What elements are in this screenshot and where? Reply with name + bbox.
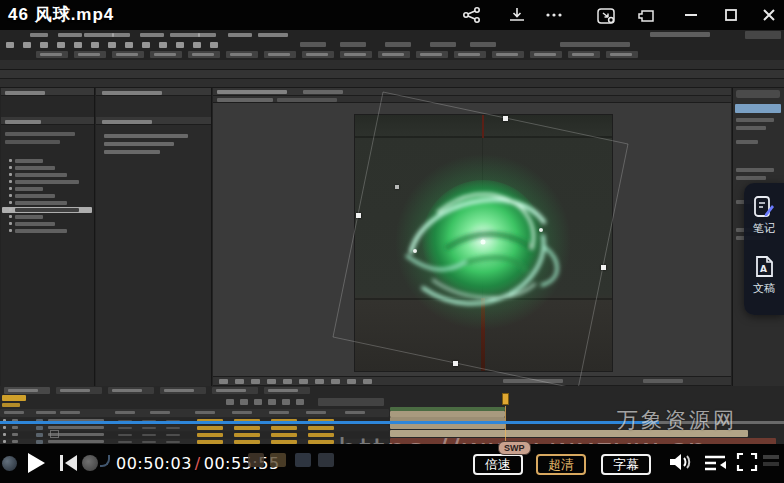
decor-blob <box>36 426 43 430</box>
decor-blob <box>30 33 48 37</box>
decor-blob <box>118 441 132 443</box>
play-button[interactable] <box>28 453 45 473</box>
previous-button[interactable] <box>60 455 78 471</box>
decor-blob <box>228 33 252 37</box>
decor-blob <box>115 411 135 414</box>
decor-blob <box>271 426 297 430</box>
share-icon[interactable] <box>463 7 485 23</box>
decor-blob <box>318 398 384 406</box>
decor-blob <box>197 433 223 437</box>
fullscreen-icon[interactable] <box>736 452 758 476</box>
download-icon[interactable] <box>508 7 530 23</box>
decor-blob <box>166 427 180 429</box>
quality-button[interactable]: 超清 <box>536 454 586 475</box>
notes-button[interactable]: 笔记 <box>744 195 784 236</box>
minimize-icon[interactable] <box>683 7 705 23</box>
decor-blob <box>226 399 234 405</box>
decor-blob <box>170 33 200 37</box>
decor-blob <box>610 53 632 56</box>
decor-blob <box>154 53 176 56</box>
decor-blob <box>142 434 156 436</box>
mini-thumb-icon[interactable] <box>318 453 334 467</box>
decor-blob <box>197 426 223 430</box>
decor-blob <box>23 42 31 48</box>
decor-blob <box>12 440 18 443</box>
decor-blob <box>269 411 289 414</box>
decor-blob <box>534 53 556 56</box>
ae-cti-head <box>502 393 509 405</box>
decor-blob <box>112 33 130 37</box>
decor-blob <box>745 31 781 39</box>
decor-blob <box>40 42 48 48</box>
decor-blob <box>308 426 334 430</box>
decor-blob <box>268 399 276 405</box>
decor-blob <box>258 33 288 37</box>
resolution-hint <box>763 462 779 466</box>
mini-thumb-icon[interactable] <box>248 453 264 467</box>
loop-button[interactable] <box>82 455 98 471</box>
decor-blob <box>3 440 6 443</box>
decor-blob <box>390 430 748 437</box>
decor-blob <box>306 411 326 414</box>
transcript-label: 文稿 <box>753 282 775 294</box>
decor-blob <box>118 434 132 436</box>
more-icon[interactable] <box>545 7 567 23</box>
decor-blob <box>176 42 184 48</box>
decor-blob <box>560 42 630 47</box>
decor-blob <box>159 42 167 48</box>
decor-blob <box>40 53 62 56</box>
decor-blob <box>91 42 99 48</box>
decor-blob <box>48 440 104 443</box>
decor-blob <box>296 399 304 405</box>
decor-blob <box>57 42 65 48</box>
seek-bar[interactable] <box>0 421 784 424</box>
decor-blob <box>140 33 164 37</box>
decor-blob <box>2 403 20 407</box>
decor-blob <box>385 42 411 47</box>
decor-blob <box>344 53 366 56</box>
swp-badge: SWP <box>498 441 531 455</box>
document-a-icon: A <box>753 255 775 279</box>
decor-blob <box>48 426 104 429</box>
decor-blob <box>308 433 334 437</box>
decor-blob <box>3 433 6 436</box>
decor-blob <box>118 427 132 429</box>
video-frame[interactable] <box>0 30 784 444</box>
transcript-button[interactable]: A 文稿 <box>744 255 784 296</box>
decor-blob <box>2 395 26 401</box>
maximize-icon[interactable] <box>723 7 745 23</box>
decor-blob <box>12 426 18 429</box>
decor-blob <box>142 427 156 429</box>
close-icon[interactable] <box>761 7 783 23</box>
decor-blob <box>58 33 82 37</box>
decor-blob <box>193 42 201 48</box>
title-bar <box>0 0 784 30</box>
decor-blob <box>12 433 18 436</box>
player-logo-icon <box>2 456 17 471</box>
speed-button[interactable]: 倍速 <box>473 454 523 475</box>
decor-blob <box>282 399 290 405</box>
seek-bar-played <box>0 421 659 424</box>
notes-label: 笔记 <box>753 222 775 234</box>
decor-blob <box>345 411 365 414</box>
volume-icon[interactable] <box>668 452 692 476</box>
decor-blob <box>300 42 326 47</box>
dock-window-icon[interactable] <box>636 7 658 23</box>
decor-blob <box>125 42 133 48</box>
decor-blob <box>268 53 290 56</box>
subtitle-button[interactable]: 字幕 <box>601 454 651 475</box>
mini-player-icon[interactable] <box>596 7 618 23</box>
mini-thumb-icon[interactable] <box>295 453 311 467</box>
decor-blob <box>240 399 248 405</box>
decor-blob <box>234 426 260 430</box>
decor-blob <box>4 411 24 414</box>
time-separator: / <box>192 454 204 473</box>
app-window: 46 风球.mp4 <box>0 0 784 483</box>
decor-blob <box>6 42 14 48</box>
playlist-icon[interactable] <box>703 452 727 476</box>
mini-thumb-icon[interactable] <box>270 453 286 467</box>
decor-blob <box>232 411 252 414</box>
decor-blob <box>78 53 100 56</box>
note-pencil-icon <box>753 195 775 219</box>
frame-step-icon[interactable] <box>50 430 59 438</box>
